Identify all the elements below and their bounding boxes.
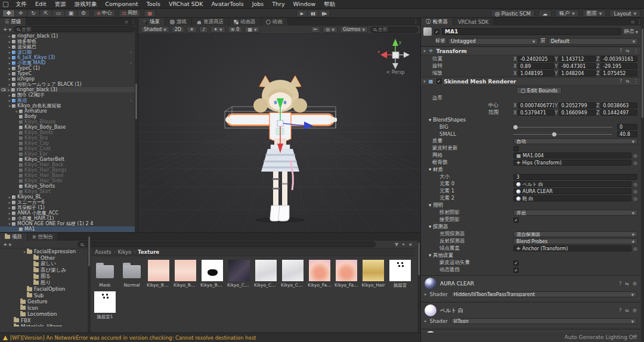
snap-button[interactable]: ▦ (144, 10, 156, 17)
context-menu-icon[interactable]: ⋮ (633, 48, 638, 54)
layers-dropdown[interactable]: 图层▼ (583, 10, 606, 17)
presets-icon[interactable]: ⇆ (625, 308, 629, 313)
checkbox[interactable]: ✓ (513, 268, 519, 273)
asset-item[interactable]: Kikyo_Hair (362, 260, 385, 288)
tab-console[interactable]: ≣控制台 (27, 233, 58, 241)
effects-dropdown[interactable]: ✦▼ (210, 26, 225, 33)
scene-search-input[interactable]: 全部 (370, 27, 418, 33)
pivot-toggle-button[interactable]: ⊕中心 (93, 10, 116, 17)
foldout-row[interactable]: ▾ 其他设置 (421, 252, 640, 259)
rotate-tool[interactable]: ↻ (27, 10, 40, 17)
expander-icon[interactable]: ▸ (7, 45, 12, 49)
asset-item[interactable]: 施超雷1 (94, 291, 116, 320)
tab-animation[interactable]: 动画 (261, 18, 288, 26)
tab-vrchat-sdk[interactable]: VRChat SDK (453, 18, 494, 26)
expander-icon[interactable]: ▾ (22, 250, 27, 254)
edit-bounds-button[interactable]: ▢Edit Bounds (516, 87, 562, 94)
pause-button[interactable]: ▮▮ (308, 10, 319, 17)
project-folder-item[interactable]: Sub (0, 293, 90, 299)
asset-item[interactable]: Mask (94, 260, 116, 288)
space-toggle-button[interactable]: ⊡局部 (119, 10, 141, 17)
vector-field[interactable]: 0.89 (518, 63, 555, 69)
expander-icon[interactable]: ▸ (7, 93, 12, 97)
tab-animator[interactable]: 动画器 (229, 18, 261, 26)
expander-icon[interactable]: ▸ (7, 98, 12, 102)
expander-icon[interactable]: ▸ (7, 66, 12, 70)
presets-icon[interactable]: ⇆ (625, 281, 629, 287)
help-icon[interactable]: ? (620, 48, 622, 54)
step-button[interactable]: ▮▶ (319, 10, 330, 17)
auto-generate-lighting-status[interactable]: Auto Generate Lighting Off (565, 334, 637, 340)
vector-field[interactable]: 0.1442497 (600, 110, 637, 116)
object-field[interactable]: ✛Hips (Transform) (513, 160, 631, 166)
play-button[interactable]: ▶ (296, 10, 308, 17)
hierarchy-item[interactable]: Kikyo_Skirt (0, 189, 135, 194)
asset-item[interactable]: Kikyo_Fac... (335, 260, 358, 288)
asset-item[interactable]: Kikyo_Face (308, 260, 331, 288)
hierarchy-item[interactable]: Kikyo_Boots (0, 130, 135, 135)
project-folder-item[interactable]: ▸Materials_liltoon (0, 324, 90, 327)
filter-by-type-icon[interactable]: ▼ (395, 242, 398, 247)
menu-item[interactable]: AvatarTools (207, 0, 247, 8)
inspector-scrollbar[interactable] (641, 18, 644, 342)
expander-icon[interactable]: ▸ (7, 211, 12, 215)
vector-field[interactable]: 1.143712 (559, 56, 596, 62)
checkbox[interactable]: ✓ (513, 260, 519, 266)
object-field[interactable]: ✛Anchor (Transform) (513, 245, 631, 251)
breadcrumb-item[interactable]: Kikyo (117, 249, 131, 255)
menu-item[interactable]: Window (289, 0, 320, 8)
expander-icon[interactable]: ▸ (7, 82, 12, 86)
menu-item[interactable]: 资源 (50, 0, 70, 8)
foldout-arrow-icon[interactable]: ▾ (423, 49, 426, 54)
checkbox[interactable]: ✓ (513, 217, 519, 223)
hierarchy-item[interactable]: Kikyo_Coat (0, 146, 135, 151)
menu-item[interactable]: 游戏对象 (70, 0, 101, 8)
static-dropdown[interactable]: 静态▼ (624, 28, 638, 35)
hand-tool[interactable]: ✥ (2, 10, 15, 17)
hierarchy-item[interactable]: Kikyo_Hair_Base (0, 173, 135, 178)
scene-viewport[interactable]: y x < Persp (138, 34, 420, 232)
tag-dropdown[interactable]: Untagged▼ (448, 38, 538, 45)
menu-item[interactable]: Component (101, 0, 142, 8)
component-header-tf[interactable]: ▾✛Transform?⇆⋮ (421, 46, 640, 55)
dropdown-field[interactable]: 混合探测器▼ (513, 231, 637, 237)
object-picker-icon[interactable]: ◎ (633, 246, 637, 251)
slider-thumb[interactable] (513, 125, 518, 129)
menu-item[interactable]: 文件 (11, 0, 31, 8)
active-checkbox[interactable]: ✓ (434, 29, 439, 35)
vector-field[interactable]: -29.195 (600, 63, 637, 69)
vector-field[interactable]: 0.0007406771 (518, 102, 555, 108)
material-block[interactable]: AURA CLEAR?⇆⚙▸ShaderHidden/lilToonTwoPas… (421, 275, 640, 300)
hierarchy-scrollbar[interactable] (135, 18, 138, 232)
expander-icon[interactable]: ▸ (7, 88, 11, 92)
hierarchy-item[interactable]: Kikyo_Hair_Side (0, 178, 135, 184)
visibility-eye-icon[interactable] (1, 88, 6, 91)
expander-icon[interactable]: ▾ (7, 222, 12, 226)
gizmos-dropdown[interactable]: Gizmos▼ (340, 26, 368, 33)
foldout-row[interactable]: ▾ BlendShapes (421, 116, 640, 123)
hierarchy-search-input[interactable]: 全部 (14, 26, 135, 32)
vector-field[interactable]: 1.048204 (559, 70, 596, 76)
object-picker-icon[interactable]: ◎ (633, 196, 637, 201)
layer-dropdown[interactable]: Default▼ (548, 38, 638, 45)
checkbox[interactable] (513, 146, 519, 151)
hierarchy-item[interactable]: Kikyo_Shorts (0, 184, 135, 189)
plastic-scm-button[interactable]: @ Plastic SCM (491, 10, 535, 17)
lighting-toggle-button[interactable]: ☀ (187, 26, 197, 33)
object-name-field[interactable]: MA1 (442, 28, 621, 35)
foldout-row[interactable]: ▾ 照明 (421, 202, 640, 209)
foldout-arrow-icon[interactable]: ▾ (429, 223, 433, 229)
gear-icon[interactable]: ⚙ (633, 308, 637, 313)
context-menu-icon[interactable]: ⋮ (633, 79, 638, 84)
add-asset-button[interactable]: +▼ (3, 241, 11, 247)
vector-field[interactable]: -90.47301 (559, 63, 596, 69)
expander-icon[interactable]: ▸ (7, 200, 12, 204)
tab-game[interactable]: 游戏 (165, 18, 192, 26)
hidden-objects-button[interactable]: ≋0 (228, 26, 243, 33)
hierarchy-item[interactable]: ▸TypeC (0, 71, 135, 76)
component-header-smr[interactable]: ▾▦✓Skinned Mesh Renderer?⇆⋮ (421, 77, 640, 86)
presets-icon[interactable]: ⇆ (626, 79, 630, 84)
asset-item[interactable]: Kikyo_Bod... (201, 260, 224, 288)
text-field[interactable]: 3 (513, 174, 637, 180)
tab-project[interactable]: 项目 (0, 233, 27, 241)
